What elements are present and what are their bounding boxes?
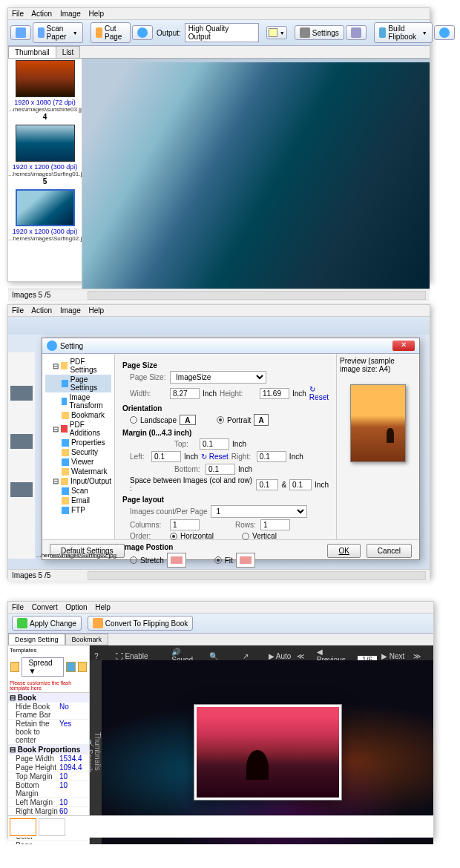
menu-help[interactable]: Help xyxy=(89,306,105,315)
ftp-icon xyxy=(62,507,69,514)
scrollbar[interactable] xyxy=(88,571,426,580)
margin-bottom-input[interactable] xyxy=(206,464,235,475)
build-flipbook-button[interactable]: Build Flipbook▼ xyxy=(374,22,433,43)
menu-action[interactable]: Action xyxy=(31,10,52,18)
scan-icon xyxy=(62,487,69,495)
prop-row[interactable]: Page Width1534.4 xyxy=(8,754,89,763)
help-button[interactable] xyxy=(434,25,455,40)
scrollbar[interactable] xyxy=(88,291,426,300)
menu-option[interactable]: Option xyxy=(65,603,87,611)
menu-file[interactable]: File xyxy=(12,10,24,18)
menu-file[interactable]: File xyxy=(12,306,24,315)
scan-paper-button[interactable]: Scan Paper▼ xyxy=(33,22,83,43)
thumbnail-item[interactable]: 1920 x 1080 (72 dpi) ...mes\images\sunsh… xyxy=(8,60,82,121)
tree-watermark[interactable]: Watermark xyxy=(45,467,111,476)
tab-bookmark[interactable]: Bookmark xyxy=(65,634,109,645)
tree-viewer[interactable]: Viewer xyxy=(45,457,111,467)
thumbnail-item-selected[interactable]: 1920 x 1200 (300 dpi) ...hemes\images\Su… xyxy=(8,189,82,242)
prev-button[interactable] xyxy=(132,25,153,40)
tree-scan[interactable]: Scan xyxy=(45,486,111,496)
close-button[interactable]: ✕ xyxy=(392,341,415,351)
flipbook-preview: ? Help ⛶ Enable FullScreen 🔊 Sound On 🔍 … xyxy=(90,645,433,844)
page-size-select[interactable]: ImageSize xyxy=(170,371,266,384)
cancel-button[interactable]: Cancel xyxy=(367,544,412,558)
preview-panel: Preview (sample image size: A4) xyxy=(336,354,419,539)
tab-thumbnail[interactable]: Thumbnail xyxy=(8,46,56,58)
tree-email[interactable]: Email xyxy=(45,496,111,505)
images-per-page-select[interactable]: 1 xyxy=(211,505,307,518)
columns-input[interactable] xyxy=(170,519,200,530)
prop-row[interactable]: Left Margin10 xyxy=(8,798,89,807)
menu-file[interactable]: File xyxy=(12,603,24,611)
menu-image[interactable]: Image xyxy=(60,10,81,18)
section-page-size: Page Size xyxy=(122,361,329,369)
portrait-radio[interactable] xyxy=(217,416,224,424)
menu-action[interactable]: Action xyxy=(31,306,52,315)
prop-row[interactable]: Top Margin10 xyxy=(8,772,89,781)
menu-image[interactable]: Image xyxy=(60,306,81,315)
prop-row[interactable]: Page Height1094.4 xyxy=(8,763,89,772)
tree-pdf-additions[interactable]: ⊟PDF Additions xyxy=(45,420,111,438)
prop-row[interactable]: Hide Book Frame BarNo xyxy=(8,703,89,720)
margin-left-input[interactable] xyxy=(151,451,181,462)
tab-design-setting[interactable]: Design Setting xyxy=(8,634,65,645)
prop-group[interactable]: ⊟ Book xyxy=(8,693,89,703)
menu-help[interactable]: Help xyxy=(89,10,105,18)
thumbnails-tab[interactable]: Thumbnails xyxy=(93,666,102,837)
menu-convert[interactable]: Convert xyxy=(32,603,58,611)
color-button[interactable]: ▼ xyxy=(266,26,287,39)
thumbnail-image xyxy=(16,60,75,97)
menu-help[interactable]: Help xyxy=(95,603,111,611)
tree-ftp[interactable]: FTP xyxy=(45,505,111,515)
ok-button[interactable]: OK xyxy=(327,544,360,558)
output-select[interactable]: High Quality Output xyxy=(185,23,259,42)
prop-row[interactable]: Retain the book to centerYes xyxy=(8,720,89,745)
save-template-icon[interactable] xyxy=(66,662,75,672)
flipbook-page[interactable] xyxy=(194,704,342,800)
tree-properties[interactable]: Properties xyxy=(45,438,111,447)
tab-list[interactable]: List xyxy=(56,46,81,58)
reset-size-button[interactable]: ↻ Reset xyxy=(309,385,329,401)
load-template-icon[interactable] xyxy=(78,662,87,672)
book-icon xyxy=(379,27,386,38)
options-button[interactable] xyxy=(346,25,367,40)
tree-bookmark[interactable]: Bookmark xyxy=(45,410,111,420)
toolbar: Apply Change Convert To Flipping Book xyxy=(8,614,433,634)
template-select[interactable]: Spread ▼ xyxy=(22,657,64,677)
settings-button[interactable]: Settings xyxy=(295,25,344,40)
height-input[interactable] xyxy=(260,388,289,399)
cut-page-button[interactable]: Cut Page xyxy=(91,22,131,43)
reset-margin-button[interactable]: ↻ Reset xyxy=(201,453,229,461)
prop-row[interactable]: Page Background Color0xFFFFFF xyxy=(8,841,89,844)
tree-image-transform[interactable]: Image Transform xyxy=(45,392,111,410)
convert-button[interactable]: Convert To Flipping Book xyxy=(88,616,194,631)
design-panel: Templates Spread ▼ Please customize the … xyxy=(8,645,90,844)
portrait-icon: A xyxy=(254,414,269,426)
width-input[interactable] xyxy=(170,388,200,399)
nav-back-button[interactable] xyxy=(10,25,31,40)
tree-input-output[interactable]: ⊟Input/Output xyxy=(45,476,111,486)
thumbnail-item[interactable]: 1920 x 1200 (300 dpi) ...hemes\images\Su… xyxy=(8,125,82,185)
margin-top-input[interactable] xyxy=(200,438,229,450)
arrow-left-icon xyxy=(16,27,26,38)
tree-page-settings[interactable]: Page Settings xyxy=(45,375,111,392)
space-col-input[interactable] xyxy=(256,479,278,490)
vertical-radio[interactable] xyxy=(242,533,249,540)
status-text: Images 5 /5 xyxy=(12,291,50,300)
rows-input[interactable] xyxy=(260,519,290,530)
screenshot-flipbook-designer: File Convert Option Help Apply Change Co… xyxy=(7,601,434,838)
prop-group[interactable]: ⊟ Book Proportions xyxy=(8,745,89,754)
tree-security[interactable]: Security xyxy=(45,447,111,457)
tree-pdf-settings[interactable]: ⊟PDF Settings xyxy=(45,357,111,375)
template-thumb[interactable] xyxy=(39,818,65,836)
template-thumb-selected[interactable] xyxy=(10,818,36,836)
space-row-input[interactable] xyxy=(289,479,312,490)
horizontal-radio[interactable] xyxy=(170,533,177,540)
landscape-radio[interactable] xyxy=(130,416,137,424)
prop-row[interactable]: Bottom Margin10 xyxy=(8,781,89,798)
cut-icon xyxy=(96,27,102,38)
margin-right-input[interactable] xyxy=(257,451,286,462)
watermark-icon xyxy=(62,468,69,476)
apply-change-button[interactable]: Apply Change xyxy=(12,616,82,631)
settings-form: Page Size Page Size: ImageSize Width: In… xyxy=(115,354,336,539)
